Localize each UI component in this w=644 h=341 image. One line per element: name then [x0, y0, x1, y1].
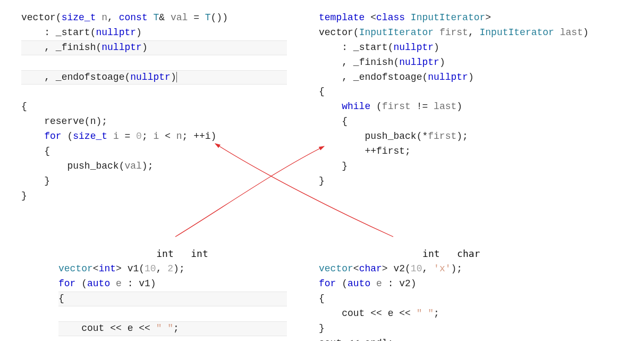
line: } — [319, 323, 325, 334]
line: : _start(nullptr) — [319, 42, 439, 53]
line: { — [319, 116, 348, 127]
highlighted-line: , _endofstoage(nullptr) — [21, 70, 287, 85]
line: } — [319, 176, 325, 186]
line: for (auto e : v2) — [319, 278, 417, 289]
line: } — [21, 190, 27, 201]
line: for (auto e : v1) — [58, 278, 156, 289]
code-block: int int vector<int> v1(10, 2); for (auto… — [58, 246, 287, 341]
line: { — [21, 146, 50, 156]
line: vector<char> v2(10, 'x'); — [319, 263, 462, 274]
line: vector(size_t n, const T& val = T()) — [21, 12, 228, 23]
line: cout << e << " "; — [58, 321, 287, 336]
annotation-labels: int int — [58, 248, 208, 259]
iterator-constructor-code: template <class InputIterator> vector(In… — [319, 11, 627, 204]
line: cout << e << " "; — [319, 308, 439, 319]
example-v1: int int vector<int> v1(10, 2); for (auto… — [58, 246, 287, 341]
line: { — [319, 86, 325, 97]
line: { — [319, 293, 325, 304]
code-block: int char vector<char> v2(10, 'x'); for (… — [319, 246, 574, 341]
line: reserve(n); — [21, 116, 107, 127]
line: cout << endl; — [319, 338, 393, 341]
line: vector(InputIterator first, InputIterato… — [319, 27, 589, 38]
line: push_back(val); — [21, 161, 153, 171]
code-block: vector(size_t n, const T& val = T()) : _… — [21, 11, 287, 204]
line: push_back(*first); — [319, 131, 468, 142]
text-cursor — [176, 72, 177, 82]
line: while (first != last) — [319, 101, 462, 112]
code-block: template <class InputIterator> vector(In… — [319, 11, 627, 189]
example-v2: int char vector<char> v2(10, 'x'); for (… — [319, 246, 574, 341]
line: vector<int> v1(10, 2); — [58, 263, 185, 274]
highlighted-line: , _finish(nullptr) — [21, 40, 287, 55]
examples-row: int int vector<int> v1(10, 2); for (auto… — [21, 246, 623, 341]
line: , _finish(nullptr) — [319, 57, 445, 68]
line: : _start(nullptr) — [21, 27, 142, 38]
line: , _endofstoage(nullptr) — [319, 72, 474, 82]
line: template <class InputIterator> — [319, 12, 491, 23]
fill-constructor-code: vector(size_t n, const T& val = T()) : _… — [21, 11, 287, 204]
line: } — [319, 161, 348, 171]
annotation-labels: int char — [319, 248, 480, 259]
line: { — [58, 292, 287, 306]
line: } — [21, 176, 50, 186]
line: for (size_t i = 0; i < n; ++i) — [21, 131, 216, 142]
line: ++first; — [319, 146, 411, 156]
line: { — [21, 101, 27, 112]
top-constructors-row: vector(size_t n, const T& val = T()) : _… — [21, 11, 623, 204]
